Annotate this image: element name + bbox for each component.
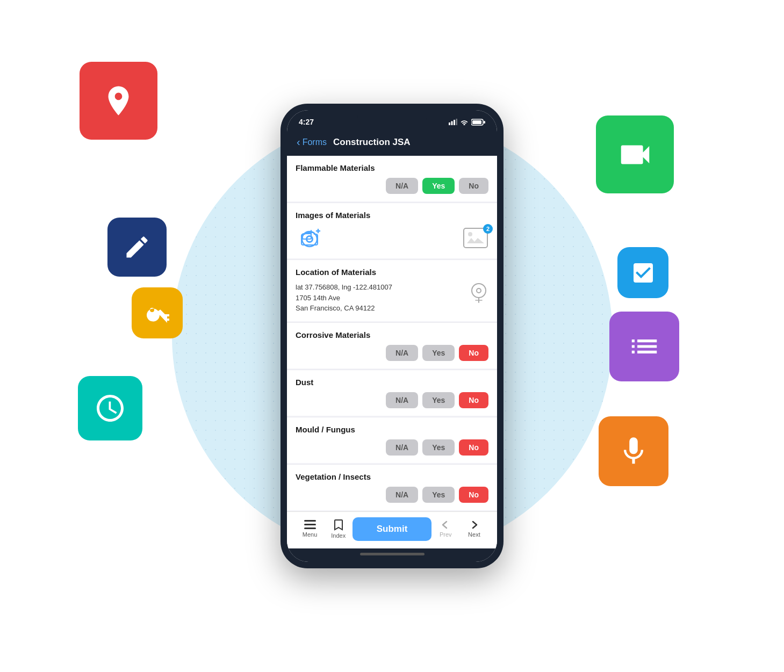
menu-tab[interactable]: Menu [296, 520, 324, 538]
vegetation-na-button[interactable]: N/A [386, 487, 418, 503]
location-coords: lat 37.756808, lng -122.481007 [296, 282, 392, 293]
camera-button[interactable] [296, 225, 323, 251]
mould-na-button[interactable]: N/A [386, 439, 418, 456]
prev-label: Prev [440, 531, 452, 538]
flammable-section: Flammable Materials N/A Yes No [287, 156, 497, 201]
corrosive-no-button[interactable]: No [459, 345, 488, 361]
index-tab[interactable]: Index [324, 519, 353, 539]
clock-app-icon [78, 376, 142, 440]
dust-section: Dust N/A Yes No [287, 370, 497, 416]
svg-rect-5 [472, 120, 481, 124]
svg-rect-6 [484, 121, 485, 124]
svg-point-14 [468, 232, 472, 236]
vegetation-yes-button[interactable]: Yes [422, 487, 455, 503]
location-title: Location of Materials [296, 268, 488, 277]
next-icon [469, 520, 479, 530]
pin-app-icon [80, 62, 157, 140]
mould-buttons: N/A Yes No [296, 439, 488, 456]
index-label: Index [331, 532, 346, 539]
mould-section: Mould / Fungus N/A Yes No [287, 417, 497, 463]
flammable-no-button[interactable]: No [459, 178, 488, 194]
prev-tab[interactable]: Prev [431, 520, 460, 538]
status-icons [449, 119, 485, 126]
menu-label: Menu [303, 531, 318, 538]
corrosive-na-button[interactable]: N/A [386, 345, 418, 361]
corrosive-yes-button[interactable]: Yes [422, 345, 455, 361]
location-address1: 1705 14th Ave [296, 293, 392, 304]
wifi-icon [460, 119, 469, 125]
video-app-icon [596, 115, 674, 193]
location-content: lat 37.756808, lng -122.481007 1705 14th… [296, 282, 488, 314]
phone-notch [357, 110, 427, 125]
images-section: Images of Materials [287, 203, 497, 258]
flammable-yes-button[interactable]: Yes [422, 178, 455, 194]
vegetation-buttons: N/A Yes No [296, 487, 488, 503]
battery-icon [471, 119, 485, 126]
status-time: 4:27 [299, 118, 314, 126]
images-title: Images of Materials [296, 211, 488, 220]
svg-rect-2 [454, 120, 455, 125]
next-tab[interactable]: Next [460, 520, 488, 538]
vegetation-no-button[interactable]: No [459, 487, 488, 503]
location-pin-icon[interactable] [469, 282, 488, 306]
dust-title: Dust [296, 378, 488, 387]
edit-app-icon [107, 218, 167, 277]
key-app-icon [132, 287, 183, 338]
flammable-na-button[interactable]: N/A [386, 178, 418, 194]
location-address2: San Francisco, CA 94122 [296, 303, 392, 314]
signal-icon [449, 119, 457, 125]
next-label: Next [468, 531, 480, 538]
submit-button[interactable]: Submit [353, 517, 431, 541]
camera-add-icon [297, 227, 322, 249]
mould-no-button[interactable]: No [459, 439, 488, 456]
flammable-buttons: N/A Yes No [296, 178, 488, 194]
vegetation-title: Vegetation / Insects [296, 472, 488, 481]
corrosive-section: Corrosive Materials N/A Yes No [287, 323, 497, 368]
back-button[interactable]: ‹ Forms [297, 136, 327, 148]
svg-rect-3 [456, 119, 458, 125]
phone-mockup: 4:27 [280, 104, 504, 568]
svg-point-15 [472, 284, 486, 298]
svg-point-16 [477, 288, 481, 293]
corrosive-title: Corrosive Materials [296, 330, 488, 339]
svg-rect-19 [304, 528, 316, 529]
images-row: 2 [296, 225, 488, 251]
dust-na-button[interactable]: N/A [386, 392, 418, 408]
svg-rect-0 [449, 122, 450, 125]
home-bar [360, 553, 425, 555]
content-area: Flammable Materials N/A Yes No Images of… [287, 156, 497, 511]
corrosive-buttons: N/A Yes No [296, 345, 488, 361]
back-label[interactable]: Forms [303, 138, 327, 147]
dust-no-button[interactable]: No [459, 392, 488, 408]
home-indicator [287, 548, 497, 562]
mic-app-icon [599, 416, 668, 486]
nav-bar: ‹ Forms Construction JSA [287, 131, 497, 156]
list-app-icon [609, 312, 679, 381]
svg-rect-17 [304, 520, 316, 522]
location-section: Location of Materials lat 37.756808, lng… [287, 260, 497, 321]
phone-screen: 4:27 [287, 110, 497, 562]
chevron-left-icon: ‹ [297, 136, 300, 148]
location-text: lat 37.756808, lng -122.481007 1705 14th… [296, 282, 392, 314]
menu-icon [304, 520, 316, 530]
nav-title: Construction JSA [333, 137, 411, 148]
phone-outer: 4:27 [280, 104, 504, 568]
dust-yes-button[interactable]: Yes [422, 392, 455, 408]
mould-title: Mould / Fungus [296, 425, 488, 434]
bookmark-icon [334, 519, 343, 531]
image-count-badge: 2 [483, 224, 493, 234]
mould-yes-button[interactable]: Yes [422, 439, 455, 456]
tab-bar: Menu Index Submit Prev [287, 511, 497, 548]
svg-rect-18 [304, 524, 316, 525]
check-app-icon [617, 247, 668, 298]
vegetation-section: Vegetation / Insects N/A Yes No [287, 465, 497, 510]
dust-buttons: N/A Yes No [296, 392, 488, 408]
svg-rect-1 [451, 121, 453, 126]
prev-icon [440, 520, 451, 530]
image-thumbnail[interactable]: 2 [463, 227, 488, 249]
flammable-title: Flammable Materials [296, 163, 488, 172]
